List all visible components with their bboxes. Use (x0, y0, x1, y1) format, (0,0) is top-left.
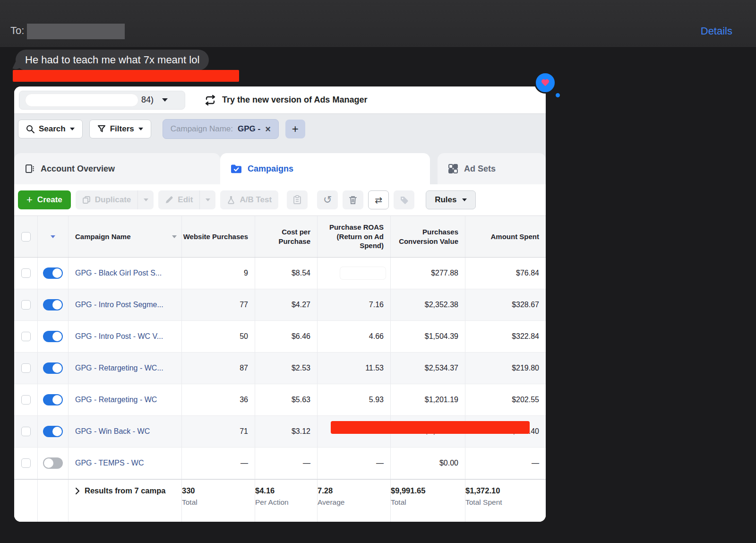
undo-icon: ↺ (323, 195, 332, 205)
campaign-name-link[interactable]: GPG - Black Girl Post S... (69, 269, 162, 277)
cell-amount-spent: — (465, 448, 546, 479)
summary-label: Results from 7 campa (85, 486, 165, 495)
create-button[interactable]: + Create (18, 190, 71, 209)
campaign-name-link[interactable]: GPG - Intro Post Segme... (69, 301, 163, 309)
campaign-toggle[interactable] (43, 426, 63, 437)
rules-button[interactable]: Rules (426, 190, 476, 209)
rules-label: Rules (435, 195, 456, 205)
cell-conversion-value: $1,504.39 (391, 321, 465, 352)
tab-account-overview[interactable]: Account Overview (14, 153, 220, 184)
add-filter-button[interactable]: + (285, 120, 305, 138)
row-checkbox-cell (14, 289, 38, 320)
redaction-bar-bottom (331, 421, 530, 434)
summary-empty-cell (14, 480, 38, 522)
duplicate-dropdown[interactable] (137, 190, 154, 209)
summary-note: Average (318, 498, 344, 507)
create-label: Create (37, 195, 62, 205)
details-link[interactable]: Details (701, 25, 732, 37)
filter-bar: Search Filters Campaign Name: GPG - × + (14, 114, 546, 144)
ab-test-button[interactable]: A/B Test (220, 190, 278, 209)
campaign-toggle[interactable] (43, 362, 63, 374)
chevron-down-icon (206, 198, 210, 201)
campaign-name-filter-chip[interactable]: Campaign Name: GPG - × (163, 119, 279, 139)
chip-close-icon[interactable]: × (265, 124, 271, 134)
row-checkbox[interactable] (21, 427, 31, 436)
heart-reaction-tapback[interactable] (534, 72, 559, 96)
search-icon (26, 125, 34, 133)
row-checkbox[interactable] (21, 363, 31, 373)
filters-button[interactable]: Filters (89, 120, 151, 138)
tag-button[interactable] (394, 190, 414, 209)
campaign-name-link[interactable]: GPG - Intro Post - WC V... (69, 332, 163, 341)
cell-cost-per-purchase: $5.63 (255, 384, 318, 415)
edit-dropdown[interactable] (199, 190, 215, 209)
ads-manager-screenshot: 84) Try the new version of Ads Manager (14, 86, 546, 522)
table-row: GPG - Intro Post Segme... 77 $4.27 7.16 … (14, 289, 546, 321)
row-checkbox[interactable] (21, 395, 31, 405)
row-checkbox[interactable] (21, 268, 31, 278)
search-button[interactable]: Search (18, 120, 83, 138)
cell-website-purchases: 87 (182, 353, 255, 384)
edit-button[interactable]: Edit (158, 190, 215, 209)
table-summary-row: Results from 7 campa 330 Total $4.16 Per… (14, 479, 546, 522)
clipboard-icon (293, 195, 301, 205)
action-toolbar: + Create Duplicate (14, 184, 546, 215)
summary-note: Total Spent (465, 498, 502, 507)
header-conversion-value[interactable]: Purchases Conversion Value (391, 216, 465, 257)
delete-button[interactable] (343, 190, 363, 209)
ad-sets-grid-icon (448, 164, 458, 174)
header-cost-per-purchase[interactable]: Cost per Purchase (255, 216, 318, 257)
row-checkbox-cell (14, 416, 38, 447)
cell-amount-spent: $328.67 (465, 289, 546, 320)
row-name-cell: GPG - Intro Post - WC V... (69, 321, 182, 352)
summary-cost-per-purchase: $4.16 Per Action (255, 480, 318, 522)
header-purchase-roas[interactable]: Purchase ROAS (Return on Ad Spend) (318, 216, 391, 257)
screenshot-root: To: Details He had to teach me what 7x m… (0, 0, 756, 543)
header-amount-spent[interactable]: Amount Spent (465, 216, 546, 257)
ab-test-label: A/B Test (240, 195, 272, 205)
summary-note: Total (182, 498, 198, 507)
account-dropdown[interactable]: 84) (19, 91, 185, 110)
header-website-purchases[interactable]: Website Purchases (182, 216, 255, 257)
tab-ad-sets[interactable]: Ad Sets (438, 153, 546, 184)
cell-conversion-value: $1,201.19 (391, 384, 465, 415)
campaign-toggle[interactable] (43, 331, 63, 342)
summary-label-cell[interactable]: Results from 7 campa (69, 480, 182, 522)
campaign-toggle[interactable] (43, 267, 63, 279)
select-all-checkbox[interactable] (21, 232, 31, 241)
summary-value: $1,372.10 (465, 486, 500, 495)
campaign-toggle[interactable] (43, 394, 63, 405)
row-checkbox[interactable] (21, 300, 31, 310)
duplicate-button[interactable]: Duplicate (76, 190, 154, 209)
ads-topbar: 84) Try the new version of Ads Manager (14, 86, 546, 114)
row-toggle-cell (38, 321, 69, 352)
campaign-name-link[interactable]: GPG - TEMPS - WC (69, 459, 144, 467)
row-checkbox[interactable] (21, 332, 31, 341)
column-label: Campaign Name (75, 232, 131, 241)
summary-roas: 7.28 Average (318, 480, 391, 522)
message-header: To: Details (0, 0, 756, 48)
row-name-cell: GPG - TEMPS - WC (69, 448, 182, 479)
header-campaign-name[interactable]: Campaign Name (69, 216, 182, 257)
tab-campaigns[interactable]: Campaigns (220, 153, 430, 184)
clipboard-button[interactable] (287, 190, 308, 209)
undo-button[interactable]: ↺ (317, 190, 338, 209)
cell-conversion-value: $2,534.37 (391, 353, 465, 384)
new-version-banner[interactable]: Try the new version of Ads Manager (204, 95, 367, 106)
campaign-toggle[interactable] (43, 299, 63, 310)
row-name-cell: GPG - Win Back - WC (69, 416, 182, 447)
campaign-name-link[interactable]: GPG - Retargeting - WC (69, 396, 157, 404)
row-checkbox[interactable] (21, 458, 31, 468)
campaign-name-link[interactable]: GPG - Win Back - WC (69, 427, 150, 436)
chip-value: GPG - (238, 124, 260, 134)
duplicate-label: Duplicate (95, 195, 131, 205)
header-toggle-cell[interactable] (38, 216, 69, 257)
trash-icon (349, 195, 357, 205)
export-button[interactable]: ⇄ (368, 190, 389, 209)
campaign-toggle[interactable] (43, 457, 63, 469)
row-name-cell: GPG - Black Girl Post S... (69, 258, 182, 289)
cell-amount-spent: $202.55 (465, 384, 546, 415)
cell-website-purchases: — (182, 448, 255, 479)
campaign-name-link[interactable]: GPG - Retargeting - WC... (69, 364, 163, 372)
toggle-knob (52, 268, 62, 278)
